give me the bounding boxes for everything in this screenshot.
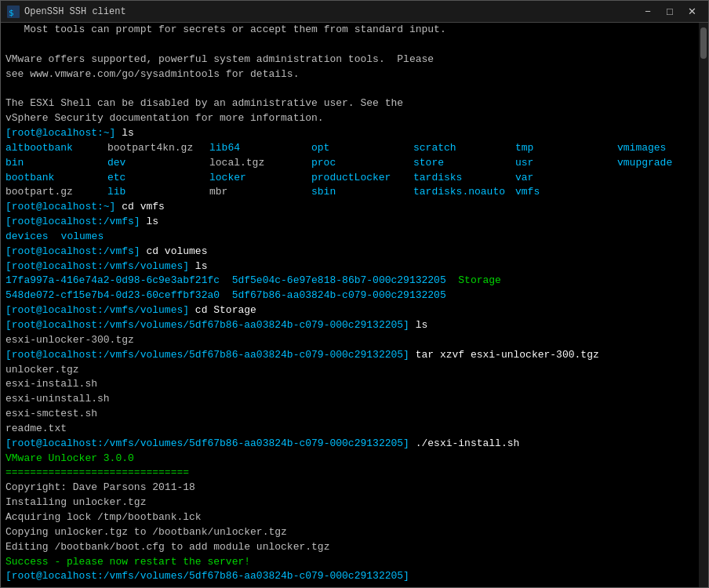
terminal-line <box>5 82 694 97</box>
terminal-line: [root@localhost:/vmfs/volumes/5df67b86-a… <box>5 437 694 452</box>
terminal-line: Acquiring lock /tmp/bootbank.lck <box>5 510 694 525</box>
terminal-line: [root@localhost:/vmfs/volumes/5df67b86-a… <box>5 348 694 363</box>
main-window: $ OpenSSH SSH client − □ ✕ Microsoft Win… <box>0 0 709 588</box>
app-icon: $ <box>7 5 20 18</box>
terminal-line: esxi-uninstall.sh <box>5 392 694 407</box>
svg-text:$: $ <box>9 8 14 18</box>
terminal-line: The ESXi Shell can be disabled by an adm… <box>5 96 694 111</box>
scrollbar[interactable] <box>699 23 708 587</box>
maximize-button[interactable]: □ <box>660 4 680 20</box>
scrollbar-thumb[interactable] <box>700 27 707 59</box>
terminal-line: [root@localhost:/vmfs/volumes] ls <box>5 260 694 274</box>
content-area: Microsoft Windows [Versione 10.0.18363.5… <box>1 23 708 587</box>
terminal-line: VMware offers supported, powerful system… <box>5 53 694 67</box>
terminal-line <box>5 38 694 53</box>
terminal-line: esxi-install.sh <box>5 377 694 392</box>
terminal-line: [root@localhost:/vmfs/volumes] cd Storag… <box>5 303 694 318</box>
terminal-line: [root@localhost:/vmfs/volumes/5df67b86-a… <box>5 569 694 584</box>
terminal-line: Copyright: Dave Parsons 2011-18 <box>5 481 694 495</box>
terminal-line: [root@localhost:/vmfs] cd volumes <box>5 245 694 260</box>
terminal-line: esxi-smctest.sh <box>5 407 694 422</box>
terminal-line: [root@localhost:/vmfs] ls <box>5 215 694 230</box>
terminal-line: [root@localhost:~] ls <box>5 126 694 141</box>
terminal-line: Copying unlocker.tgz to /bootbank/unlock… <box>5 525 694 540</box>
terminal-line: vSphere Security documentation for more … <box>5 111 694 126</box>
terminal-line: 17fa997a-416e74a2-0d98-6c9e3abf21fc 5df5… <box>5 274 694 303</box>
terminal-line: see www.vmware.com/go/sysadmintools for … <box>5 67 694 82</box>
terminal-line: esxi-unlocker-300.tgz <box>5 333 694 348</box>
terminal-line: ============================== <box>5 466 694 481</box>
terminal-line: Success - please now restart the server! <box>5 555 694 570</box>
terminal-line: Editing /bootbank/boot.cfg to add module… <box>5 540 694 555</box>
terminal-line: Most tools can prompt for secrets or acc… <box>5 23 694 38</box>
terminal-line: altbootbankbootpart4kn.gzlib64optscratch… <box>5 141 694 200</box>
window-title: OpenSSH SSH client <box>24 6 638 17</box>
terminal-line: Installing unlocker.tgz <box>5 495 694 510</box>
terminal-line: readme.txt <box>5 422 694 437</box>
terminal-line: VMware Unlocker 3.0.0 <box>5 452 694 466</box>
terminal-line: [root@localhost:~] cd vmfs <box>5 200 694 215</box>
close-button[interactable]: ✕ <box>682 4 702 20</box>
terminal-line: [root@localhost:/vmfs/volumes/5df67b86-a… <box>5 318 694 333</box>
terminal-line: unlocker.tgz <box>5 363 694 378</box>
window-controls: − □ ✕ <box>638 4 702 20</box>
terminal-output[interactable]: Microsoft Windows [Versione 10.0.18363.5… <box>1 23 699 587</box>
minimize-button[interactable]: − <box>638 4 658 20</box>
terminal-line: devicesvolumes <box>5 230 694 245</box>
titlebar: $ OpenSSH SSH client − □ ✕ <box>1 1 708 23</box>
